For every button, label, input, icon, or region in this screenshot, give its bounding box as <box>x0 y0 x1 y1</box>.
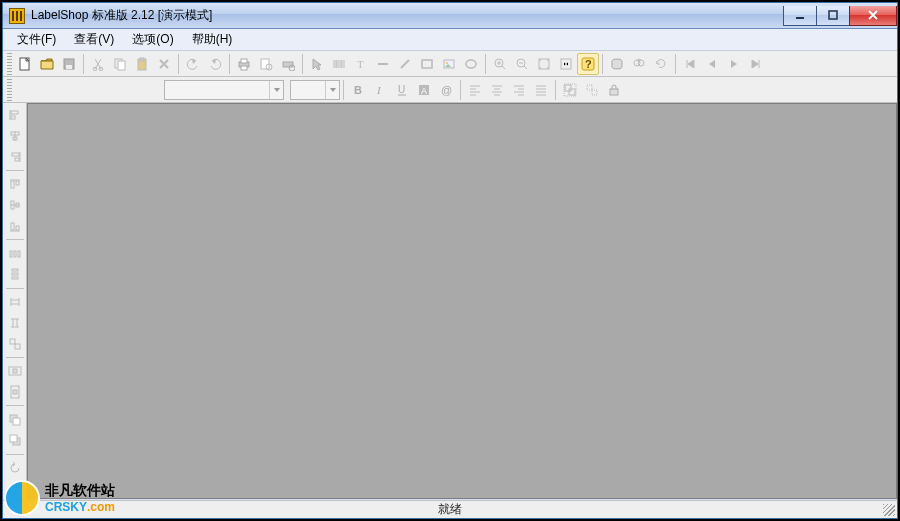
open-button[interactable] <box>36 53 58 75</box>
svg-rect-61 <box>12 277 18 279</box>
help-button[interactable]: ? <box>577 53 599 75</box>
toolbar-gripper[interactable] <box>7 53 12 75</box>
zoom-in-button[interactable] <box>489 53 511 75</box>
svg-text:U: U <box>398 84 405 95</box>
new-button[interactable] <box>14 53 36 75</box>
main-toolbar: T ? <box>3 51 897 77</box>
image-tool[interactable] <box>438 53 460 75</box>
align-justify-button[interactable] <box>530 79 552 101</box>
same-width[interactable] <box>5 292 25 313</box>
undo-button[interactable] <box>182 53 204 75</box>
print-button[interactable] <box>233 53 255 75</box>
same-size[interactable] <box>5 333 25 354</box>
font-size-combo[interactable] <box>290 80 340 100</box>
paste-button[interactable] <box>131 53 153 75</box>
rotate-left[interactable] <box>5 458 25 479</box>
svg-text:?: ? <box>585 58 592 70</box>
last-record-button[interactable] <box>745 53 767 75</box>
align-bottom-edge[interactable] <box>5 216 25 237</box>
bold-button[interactable]: B <box>347 79 369 101</box>
cut-button[interactable] <box>87 53 109 75</box>
menu-file[interactable]: 文件(F) <box>9 29 64 50</box>
rect-tool[interactable] <box>416 53 438 75</box>
svg-rect-19 <box>422 60 432 68</box>
font-color-button[interactable]: A <box>413 79 435 101</box>
distribute-v[interactable] <box>5 264 25 285</box>
prev-record-button[interactable] <box>701 53 723 75</box>
svg-rect-13 <box>241 66 247 70</box>
svg-rect-56 <box>10 251 12 257</box>
ungroup-button[interactable] <box>581 79 603 101</box>
delete-button[interactable] <box>153 53 175 75</box>
next-record-button[interactable] <box>723 53 745 75</box>
font-name-combo[interactable] <box>164 80 284 100</box>
barcode-tool[interactable] <box>328 53 350 75</box>
send-back[interactable] <box>5 430 25 451</box>
svg-rect-48 <box>12 153 19 156</box>
align-center-button[interactable] <box>486 79 508 101</box>
zoom-fit-button[interactable] <box>533 53 555 75</box>
align-left-edge[interactable] <box>5 105 25 126</box>
zoom-out-button[interactable] <box>511 53 533 75</box>
pointer-tool[interactable] <box>306 53 328 75</box>
svg-rect-54 <box>11 223 14 230</box>
menu-view[interactable]: 查看(V) <box>66 29 122 50</box>
maximize-button[interactable] <box>816 6 850 26</box>
svg-rect-42 <box>592 90 597 95</box>
canvas-area[interactable] <box>27 103 897 499</box>
redo-button[interactable] <box>204 53 226 75</box>
svg-rect-45 <box>11 116 15 119</box>
charmap-button[interactable]: @ <box>435 79 457 101</box>
align-center-h[interactable] <box>5 126 25 147</box>
menu-options[interactable]: 选项(O) <box>124 29 181 50</box>
zoom-100-button[interactable] <box>555 53 577 75</box>
same-height[interactable] <box>5 312 25 333</box>
lock-button[interactable] <box>603 79 625 101</box>
align-top-edge[interactable] <box>5 174 25 195</box>
first-record-button[interactable] <box>679 53 701 75</box>
line-tool[interactable] <box>394 53 416 75</box>
window-title: LabelShop 标准版 2.12 [演示模式] <box>31 7 212 24</box>
resize-grip-icon[interactable] <box>883 504 895 516</box>
print-settings-button[interactable] <box>277 53 299 75</box>
center-page-h[interactable] <box>5 361 25 382</box>
menu-help[interactable]: 帮助(H) <box>184 29 241 50</box>
group-button[interactable] <box>559 79 581 101</box>
align-center-v[interactable] <box>5 195 25 216</box>
align-toolbar <box>3 103 27 499</box>
svg-rect-40 <box>564 84 576 96</box>
align-left-button[interactable] <box>464 79 486 101</box>
hline-tool[interactable] <box>372 53 394 75</box>
rotate-right[interactable] <box>5 478 25 499</box>
align-right-edge[interactable] <box>5 146 25 167</box>
svg-rect-12 <box>241 59 247 63</box>
close-button[interactable] <box>849 6 897 26</box>
svg-point-22 <box>466 60 476 68</box>
align-right-button[interactable] <box>508 79 530 101</box>
svg-rect-43 <box>610 89 618 95</box>
find-button[interactable] <box>628 53 650 75</box>
toolbar-gripper-2[interactable] <box>7 79 12 101</box>
bring-front[interactable] <box>5 409 25 430</box>
svg-rect-65 <box>13 369 17 373</box>
refresh-button[interactable] <box>650 53 672 75</box>
print-preview-button[interactable] <box>255 53 277 75</box>
svg-point-21 <box>446 62 448 64</box>
chevron-down-icon <box>325 81 339 99</box>
svg-rect-69 <box>13 418 20 425</box>
center-page-v[interactable] <box>5 382 25 403</box>
minimize-button[interactable] <box>783 6 817 26</box>
copy-button[interactable] <box>109 53 131 75</box>
app-icon <box>9 8 25 24</box>
database-button[interactable] <box>606 53 628 75</box>
ellipse-tool[interactable] <box>460 53 482 75</box>
svg-rect-63 <box>15 344 20 349</box>
text-tool[interactable]: T <box>350 53 372 75</box>
svg-rect-44 <box>11 111 18 114</box>
save-button[interactable] <box>58 53 80 75</box>
underline-button[interactable]: U <box>391 79 413 101</box>
italic-button[interactable]: I <box>369 79 391 101</box>
distribute-h[interactable] <box>5 243 25 264</box>
status-bar: 就绪 <box>3 500 897 518</box>
menu-bar: 文件(F) 查看(V) 选项(O) 帮助(H) <box>3 29 897 51</box>
